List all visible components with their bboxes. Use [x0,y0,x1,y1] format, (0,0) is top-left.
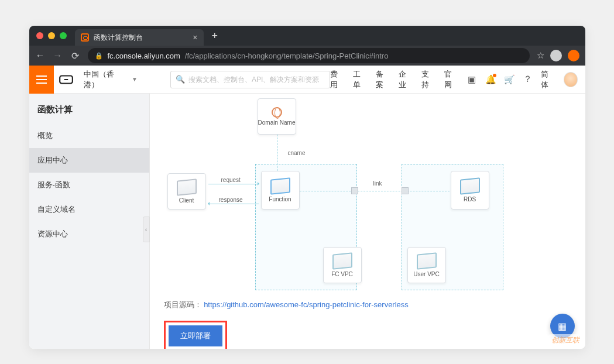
sidebar-item-resources[interactable]: 资源中心 [29,222,149,246]
diagram-node-domain: Domain Name [258,98,296,135]
function-icon [270,177,290,195]
node-label: Domain Name [258,119,296,126]
database-icon [460,177,480,195]
diagram-arrow [208,184,259,184]
extension-icon[interactable] [568,50,579,61]
deploy-button[interactable]: 立即部署 [169,325,222,346]
sidebar-item-services[interactable]: 服务-函数 [29,173,149,197]
url-field[interactable]: 🔒 fc.console.aliyun.com/fc/applications/… [88,48,530,63]
aliyun-logo-icon[interactable] [54,72,78,87]
forward-icon[interactable]: → [53,50,63,61]
source-code-row: 项目源码： https://github.com/awesome-fc/spri… [164,300,571,310]
sidebar-collapse-button[interactable]: ‹ [143,217,150,242]
diagram-arrow [208,204,259,204]
diagram-node-client: Client [167,173,206,210]
tab-title: 函数计算控制台 [94,33,143,43]
top-link[interactable]: 企业 [399,69,413,90]
help-icon[interactable]: ？ [523,74,533,85]
back-icon[interactable]: ← [35,50,46,61]
diagram-edge [300,191,450,191]
new-tab-button[interactable]: + [207,30,223,42]
main-content: Domain Name cname Client request respons… [150,94,585,349]
bookmark-icon[interactable]: ☆ [537,50,544,61]
search-icon: 🔍 [176,75,185,84]
sidebar-item-appcenter[interactable]: 应用中心 [29,148,149,173]
cloud-icon [417,252,437,270]
url-host: fc.console.aliyun.com [108,51,180,60]
top-link[interactable]: 官网 [444,69,459,90]
top-link[interactable]: 工单 [353,69,368,90]
menu-toggle-button[interactable] [29,66,54,94]
tabs-bar: 函数计算控制台 × + [29,26,585,46]
url-path: /fc/applications/cn-hongkong/template/Sp… [185,51,389,60]
node-label: FC VPC [331,271,353,277]
node-label: User VPC [413,271,439,277]
node-label: Function [269,196,291,202]
diagram-node-fcvpc: FC VPC [323,247,362,283]
diagram-node-function: Function [261,171,300,210]
edge-label-response: response [219,197,243,203]
monitor-icon [177,178,197,196]
node-label: Client [179,197,194,204]
window-traffic-lights[interactable] [34,32,71,39]
watermark: 创新互联 [548,334,583,346]
top-link[interactable]: 支持 [421,69,436,90]
diagram-connector [351,187,358,194]
reload-icon[interactable]: ⟳ [70,50,81,61]
source-link[interactable]: https://github.com/awesome-fc/spring-pet… [204,300,409,309]
cart-icon[interactable]: 🛒 [504,74,514,85]
architecture-diagram: Domain Name cname Client request respons… [164,98,503,291]
language-switch[interactable]: 简体 [541,69,555,90]
globe-icon [272,107,282,118]
browser-window: 函数计算控制台 × + ← → ⟳ 🔒 fc.console.aliyun.co… [29,26,585,349]
region-label: 中国（香港） [84,69,128,90]
user-avatar[interactable] [564,72,578,87]
search-input[interactable] [188,75,325,84]
edge-label-request: request [221,177,241,183]
sidebar: 函数计算 概览 应用中心 服务-函数 自定义域名 资源中心 ‹ [29,94,150,349]
node-label: RDS [464,196,476,202]
grid-icon: ▦ [558,321,567,332]
sidebar-item-domains[interactable]: 自定义域名 [29,197,149,222]
close-tab-icon[interactable]: × [193,33,197,42]
source-label: 项目源码： [164,300,202,309]
address-bar: ← → ⟳ 🔒 fc.console.aliyun.com/fc/applica… [29,46,585,66]
bell-icon[interactable]: 🔔 [485,74,496,85]
diagram-node-uservpc: User VPC [407,247,446,283]
console-header: 中国（香港） ▼ 🔍 费用 工单 备案 企业 支持 官网 ▣ 🔔 🛒 ？ 简体 [29,66,585,94]
cloudshell-icon[interactable]: ▣ [466,74,476,85]
region-selector[interactable]: 中国（香港） ▼ [78,69,143,90]
sidebar-item-overview[interactable]: 概览 [29,123,149,148]
lock-icon: 🔒 [95,52,103,60]
edge-label-link: link [373,180,382,187]
top-link[interactable]: 备案 [376,69,390,90]
browser-tab[interactable]: 函数计算控制台 × [75,29,204,46]
diagram-connector [402,187,409,194]
app-body: 函数计算 概览 应用中心 服务-函数 自定义域名 资源中心 ‹ Domain N… [29,94,585,349]
top-link[interactable]: 费用 [330,69,345,90]
search-box[interactable]: 🔍 [170,71,330,88]
sidebar-title: 函数计算 [29,94,149,123]
minimize-window-icon[interactable] [48,32,55,39]
profile-avatar-icon[interactable] [550,50,562,61]
edge-label-cname: cname [288,150,306,156]
close-window-icon[interactable] [36,32,43,39]
diagram-node-rds: RDS [451,171,489,210]
cloud-icon [332,252,352,270]
tab-favicon-icon [81,33,89,42]
chevron-down-icon: ▼ [132,76,138,83]
maximize-window-icon[interactable] [60,32,67,39]
top-nav-links: 费用 工单 备案 企业 支持 官网 ▣ 🔔 🛒 ？ 简体 [330,69,585,90]
deploy-highlight: 立即部署 [164,321,227,349]
